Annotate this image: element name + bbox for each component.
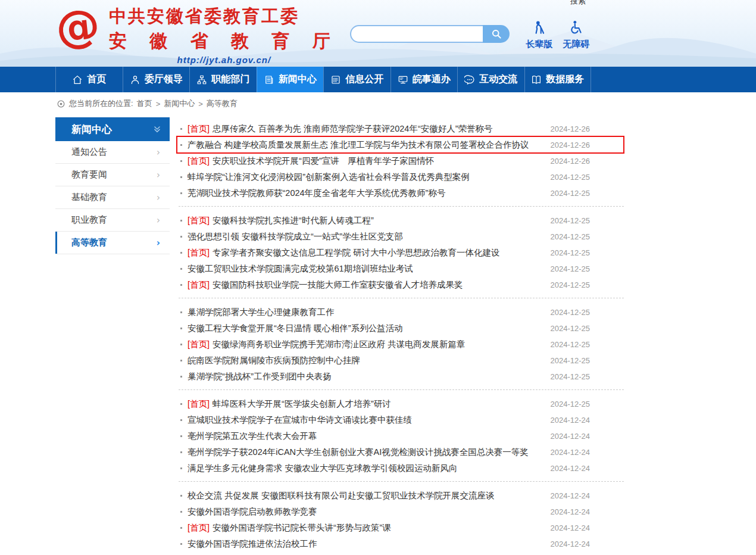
news-link[interactable]: 巢湖学院“挑战杯”工作受到团中央表扬 xyxy=(188,371,543,382)
news-link[interactable]: 产教融合 构建学校高质量发展新生态 淮北理工学院与华为技术有限公司签署校企合作协… xyxy=(188,139,543,151)
news-link[interactable]: 满足学生多元化健身需求 安徽农业大学匹克球教学引领校园运动新风向 xyxy=(188,463,543,474)
news-link[interactable]: 巢湖学院部署大学生心理健康教育工作 xyxy=(188,307,543,318)
news-link[interactable]: [首页]忠厚传家久 百善孝为先 淮南师范学院学子获评2024年“安徽好人”荣誉称… xyxy=(188,123,543,135)
sidebar-item-basic-education[interactable]: 基础教育 › xyxy=(55,186,170,209)
nav-item-services[interactable]: 皖事通办 xyxy=(391,67,458,92)
news-date: 2024-12-24 xyxy=(551,448,591,457)
sidebar-item-notices[interactable]: 通知公告 › xyxy=(55,141,170,164)
bullet-dot xyxy=(180,527,182,529)
news-link[interactable]: 蚌埠学院“让淮河文化浸润校园”创新案例入选省社会科学普及优秀典型案例 xyxy=(188,172,543,183)
news-row: 安徽外国语学院推进依法治校工作2024-12-24 xyxy=(179,536,624,552)
news-row: [首页]蚌埠医科大学开展“医学拔尖创新人才培养”研讨2024-12-25 xyxy=(179,396,624,412)
news-link[interactable]: 安徽工程大学食堂开展“冬日温情 暖心相伴”系列公益活动 xyxy=(188,323,543,334)
nav-item-data-services[interactable]: 数据服务 xyxy=(524,67,592,92)
news-date: 2024-12-25 xyxy=(551,248,591,257)
nav-item-leaders[interactable]: 委厅领导 xyxy=(123,67,190,92)
news-list: [首页]忠厚传家久 百善孝为先 淮南师范学院学子获评2024年“安徽好人”荣誉称… xyxy=(179,117,624,555)
org-title-line2: 安 徽 省 教 育 厅 xyxy=(109,29,339,54)
news-date: 2024-12-24 xyxy=(551,464,591,473)
news-link[interactable]: [首页]安徽绿海商务职业学院携手芜湖市湾沚区政府 共谋电商发展新篇章 xyxy=(188,339,543,350)
bullet-dot xyxy=(180,128,182,130)
sidebar-title: 新闻中心 xyxy=(71,123,112,136)
news-row: 校企交流 共促发展 安徽图联科技有限公司赴安徽工贸职业技术学院开展交流座谈202… xyxy=(179,488,624,504)
nav-item-departments[interactable]: 职能部门 xyxy=(189,67,257,92)
news-row: 宣城职业技术学院学子在宣城市中华诗文诵读比赛中获佳绩2024-12-24 xyxy=(179,412,624,428)
news-link[interactable]: 芜湖职业技术学院教师获“2024年度全省老年大学系统优秀教师”称号 xyxy=(188,188,543,199)
sidebar-item-education-news[interactable]: 教育要闻 › xyxy=(55,164,170,186)
front-page-tag: [首页] xyxy=(188,399,210,409)
org-title-line1: 中共安徽省委教育工委 xyxy=(109,5,339,29)
site-logo[interactable]: @ 中共安徽省委教育工委 安 徽 省 教 育 厅 http://jyt.ah.g… xyxy=(57,5,339,65)
news-link[interactable]: 亳州学院第五次学生代表大会开幕 xyxy=(188,431,543,442)
news-date: 2024-12-26 xyxy=(551,141,591,149)
nav-label: 互动交流 xyxy=(479,73,517,86)
bullet-dot xyxy=(180,511,182,513)
wheelchair-icon xyxy=(568,20,584,35)
news-date: 2024-12-24 xyxy=(551,491,591,500)
search-button[interactable] xyxy=(483,25,510,43)
news-row: [首页]忠厚传家久 百善孝为先 淮南师范学院学子获评2024年“安徽好人”荣誉称… xyxy=(179,121,624,137)
news-row: 亳州学院学子获2024年iCAN大学生创新创业大赛AI视觉检测设计挑战赛全国总决… xyxy=(179,444,624,460)
news-link[interactable]: [首页]专家学者齐聚安徽文达信息工程学院 研讨大中小学思想政治教育一体化建设 xyxy=(188,247,543,258)
news-row-highlighted: 产教融合 构建学校高质量发展新生态 淮北理工学院与华为技术有限公司签署校企合作协… xyxy=(179,137,624,153)
bullet-dot xyxy=(180,328,182,329)
news-link[interactable]: [首页]安徽国防科技职业学院一技能大师工作室获安徽省人才培养成果奖 xyxy=(188,279,543,291)
news-link[interactable]: [首页]安徽外国语学院书记院长带头讲“形势与政策”课 xyxy=(188,522,543,534)
accessibility-button[interactable]: 无障碍 xyxy=(557,20,595,50)
news-row: [首页]专家学者齐聚安徽文达信息工程学院 研讨大中小学思想政治教育一体化建设20… xyxy=(179,245,624,261)
news-group: [首页]蚌埠医科大学开展“医学拔尖创新人才培养”研讨2024-12-25宣城职业… xyxy=(179,394,624,482)
news-link[interactable]: [首页]安徽科技学院扎实推进“时代新人铸魂工程” xyxy=(188,215,543,226)
bullet-dot xyxy=(180,419,182,421)
sidebar-item-label: 教育要闻 xyxy=(71,169,107,180)
news-date: 2024-12-24 xyxy=(551,507,591,516)
nav-label: 信息公开 xyxy=(345,73,383,86)
search-input[interactable] xyxy=(350,25,499,43)
news-group: 巢湖学院部署大学生心理健康教育工作2024-12-25安徽工程大学食堂开展“冬日… xyxy=(179,302,624,390)
sidebar-item-vocational-education[interactable]: 职业教育 › xyxy=(55,209,170,232)
breadcrumb-link-news-center[interactable]: 新闻中心 xyxy=(164,98,195,109)
news-row: 亳州学院第五次学生代表大会开幕2024-12-24 xyxy=(179,428,624,444)
bullet-dot xyxy=(180,376,182,378)
sidebar-header[interactable]: 新闻中心 xyxy=(55,117,170,141)
news-link[interactable]: 安徽外国语学院推进依法治校工作 xyxy=(188,538,543,550)
nav-label: 首页 xyxy=(87,73,106,86)
breadcrumb-prefix: 您当前所在的位置: xyxy=(69,98,133,109)
nav-label: 新闻中心 xyxy=(279,73,317,86)
news-date: 2024-12-25 xyxy=(551,356,591,365)
news-date: 2024-12-25 xyxy=(551,232,591,241)
breadcrumb-link-home[interactable]: 首页 xyxy=(137,98,152,109)
chevron-right-icon: › xyxy=(157,215,160,226)
breadcrumb: 您当前所在的位置: 首页 > 新闻中心 > 高等教育 xyxy=(57,92,756,115)
news-group: [首页]忠厚传家久 百善孝为先 淮南师范学院学子获评2024年“安徽好人”荣誉称… xyxy=(179,119,624,207)
chevron-right-icon: › xyxy=(157,238,160,248)
news-group: [首页]安徽科技学院扎实推进“时代新人铸魂工程”2024-12-25强化思想引领… xyxy=(179,210,624,298)
news-date: 2024-12-26 xyxy=(551,157,591,166)
news-link[interactable]: 皖南医学院附属铜陵市疾病预防控制中心挂牌 xyxy=(188,355,543,366)
nav-item-info-disclosure[interactable]: 信息公开 xyxy=(323,67,391,92)
news-row: 芜湖职业技术学院教师获“2024年度全省老年大学系统优秀教师”称号2024-12… xyxy=(179,185,624,201)
news-link[interactable]: 亳州学院学子获2024年iCAN大学生创新创业大赛AI视觉检测设计挑战赛全国总决… xyxy=(188,447,543,458)
nav-item-home[interactable]: 首页 xyxy=(55,67,123,92)
news-link[interactable]: [首页]安庆职业技术学院开展“四爱”宣讲 厚植青年学子家国情怀 xyxy=(188,155,543,167)
news-link[interactable]: 校企交流 共促发展 安徽图联科技有限公司赴安徽工贸职业技术学院开展交流座谈 xyxy=(188,490,543,501)
news-link[interactable]: 强化思想引领 安徽科技学院成立“一站式”学生社区党支部 xyxy=(188,231,543,242)
sidebar-item-label: 高等教育 xyxy=(71,237,107,248)
elder-version-button[interactable]: 长辈版 xyxy=(520,20,558,50)
bullet-dot xyxy=(180,467,182,469)
orgchart-icon xyxy=(196,74,207,85)
news-link[interactable]: 安徽外国语学院启动教师教学竞赛 xyxy=(188,506,543,517)
news-link[interactable]: 安徽工贸职业技术学院圆满完成党校第61期培训班结业考试 xyxy=(188,263,543,275)
news-link[interactable]: [首页]蚌埠医科大学开展“医学拔尖创新人才培养”研讨 xyxy=(188,398,543,410)
sidebar-item-higher-education[interactable]: 高等教育 › xyxy=(55,232,170,254)
breadcrumb-link-higher-education[interactable]: 高等教育 xyxy=(207,98,238,109)
person-icon xyxy=(130,74,140,85)
front-page-tag: [首页] xyxy=(188,280,210,289)
news-link[interactable]: 宣城职业技术学院学子在宣城市中华诗文诵读比赛中获佳绩 xyxy=(188,414,543,426)
news-row: [首页]安徽外国语学院书记院长带头讲“形势与政策”课2024-12-24 xyxy=(179,520,624,536)
nav-item-news-center[interactable]: 新闻中心 xyxy=(257,67,324,92)
bullet-dot xyxy=(180,344,182,345)
elder-icon xyxy=(532,20,547,35)
bullet-dot xyxy=(180,220,182,222)
location-pin-icon xyxy=(57,99,65,108)
nav-item-interaction[interactable]: 互动交流 xyxy=(457,67,524,92)
